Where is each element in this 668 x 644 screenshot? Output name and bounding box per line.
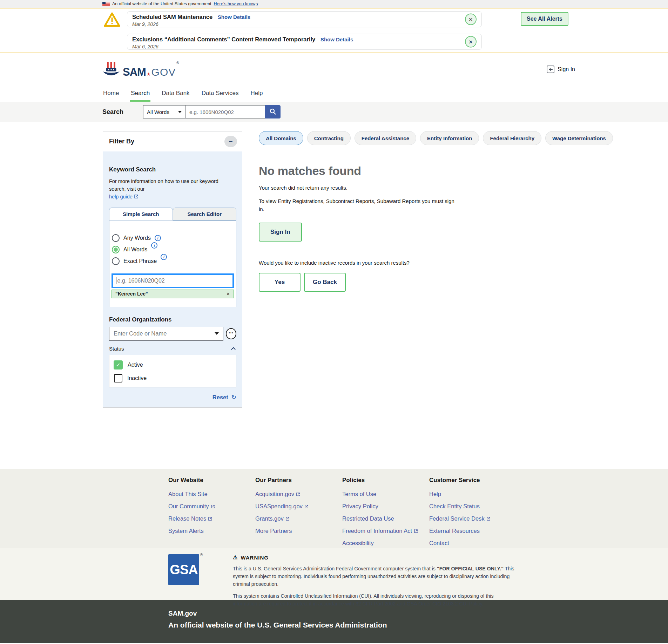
footer-links-section: Our Website About This Site Our Communit… xyxy=(0,469,668,548)
info-icon[interactable]: i xyxy=(151,242,157,249)
collapse-filters-button[interactable]: − xyxy=(224,136,237,147)
footer-link-our-community[interactable]: Our Community xyxy=(168,503,255,510)
see-all-alerts-button[interactable]: See All Alerts xyxy=(521,12,568,26)
banner-how-you-know-link[interactable]: Here’s how you know▾ xyxy=(214,1,258,6)
alert-date: Mar 6, 2026 xyxy=(132,44,459,49)
gsa-logo: GSA ® xyxy=(168,554,199,600)
footer-link-label: USASpending.gov xyxy=(255,503,303,510)
status-inactive-row: Inactive xyxy=(114,374,232,382)
search-submit-button[interactable] xyxy=(265,105,281,118)
info-icon[interactable]: i xyxy=(161,254,167,260)
simple-search-panel: Any Words i All Words i Exact Phrase i e… xyxy=(109,221,236,307)
domain-tab-entity-information[interactable]: Entity Information xyxy=(420,131,479,145)
footer-link-system-alerts[interactable]: System Alerts xyxy=(168,528,255,534)
active-checkbox[interactable]: ✓ xyxy=(114,360,123,370)
all-words-label: All Words xyxy=(123,246,147,253)
external-link-icon xyxy=(414,529,418,533)
inactive-label: Inactive xyxy=(127,375,147,381)
warning-heading: WARNING xyxy=(241,555,269,561)
nav-search[interactable]: Search xyxy=(130,86,150,102)
domain-tab-federal-hierarchy[interactable]: Federal Hierarchy xyxy=(483,131,541,145)
footer-link-label: System Alerts xyxy=(168,528,204,534)
footer-link-federal-service-desk[interactable]: Federal Service Desk xyxy=(429,515,516,522)
status-section-header: Status xyxy=(109,346,236,352)
help-guide-link[interactable]: help guide xyxy=(109,194,139,199)
caret-down-icon xyxy=(178,111,182,113)
domain-tab-contracting[interactable]: Contracting xyxy=(307,131,351,145)
footer-link-restricted-data-use[interactable]: Restricted Data Use xyxy=(342,515,429,522)
nav-home[interactable]: Home xyxy=(102,86,120,102)
banner-text: An official website of the United States… xyxy=(112,1,211,6)
footer-link-label: Check Entity Status xyxy=(429,503,480,510)
footer-link-grants-gov[interactable]: Grants.gov xyxy=(255,515,342,522)
warning-paragraph-2: This system contains Controlled Unclassi… xyxy=(233,592,517,608)
tab-simple-search[interactable]: Simple Search xyxy=(109,208,173,221)
domain-tab-federal-assistance[interactable]: Federal Assistance xyxy=(355,131,416,145)
search-mode-select[interactable]: All Words xyxy=(143,105,186,118)
external-link-icon xyxy=(211,504,215,509)
tab-search-editor[interactable]: Search Editor xyxy=(173,208,237,221)
footer-link-contact[interactable]: Contact xyxy=(429,540,516,547)
exact-phrase-radio[interactable] xyxy=(112,257,120,265)
reset-icon[interactable]: ↻ xyxy=(231,394,236,401)
footer-link-external-resources[interactable]: External Resources xyxy=(429,528,516,534)
footer-link-about-this-site[interactable]: About This Site xyxy=(168,491,255,497)
inactive-question-buttons: Yes Go Back xyxy=(259,273,550,292)
nav-data-bank[interactable]: Data Bank xyxy=(161,86,190,102)
footer-link-more-partners[interactable]: More Partners xyxy=(255,528,342,534)
nav-data-services[interactable]: Data Services xyxy=(201,86,239,102)
primary-nav: Home Search Data Bank Data Services Help xyxy=(0,86,668,102)
sign-in-link[interactable]: Sign In xyxy=(547,66,575,73)
any-words-radio[interactable] xyxy=(112,234,120,242)
reset-filters-link[interactable]: Reset xyxy=(212,394,228,401)
brand-sam: SAM xyxy=(123,67,146,77)
footer-link-acquisition-gov[interactable]: Acquisition.gov xyxy=(255,491,342,497)
footer-link-usaspending-gov[interactable]: USASpending.gov xyxy=(255,503,342,510)
footer-link-privacy-policy[interactable]: Privacy Policy xyxy=(342,503,429,510)
keyword-search-heading: Keyword Search xyxy=(109,166,236,173)
close-alert-button[interactable]: ✕ xyxy=(465,14,477,25)
status-options-box: ✓ Active Inactive xyxy=(109,355,236,387)
footer-link-check-entity-status[interactable]: Check Entity Status xyxy=(429,503,516,510)
filter-by-title: Filter By xyxy=(109,138,134,145)
global-search-input[interactable]: e.g. 1606N020Q02 xyxy=(186,105,265,118)
warning-block: ⚠ WARNING This is a U.S. General Service… xyxy=(233,554,517,600)
footer-col-heading: Policies xyxy=(342,477,429,484)
info-icon[interactable]: i xyxy=(155,235,161,241)
site-header: SAM★GOV® Sign In xyxy=(0,53,668,86)
federal-org-input[interactable]: Enter Code or Name xyxy=(109,327,223,341)
footer-link-release-notes[interactable]: Release Notes xyxy=(168,515,255,522)
sign-in-button[interactable]: Sign In xyxy=(259,223,302,242)
any-words-label: Any Words xyxy=(123,235,151,241)
go-back-button[interactable]: Go Back xyxy=(304,273,346,292)
keyword-tabs: Simple Search Search Editor xyxy=(109,208,236,221)
magnifier-icon xyxy=(269,108,276,116)
show-details-link[interactable]: Show Details xyxy=(218,14,250,20)
main-content: Filter By − Keyword Search For more info… xyxy=(0,122,668,469)
include-inactive-question: Would you like to include inactive recor… xyxy=(259,260,550,266)
chevron-up-icon[interactable] xyxy=(231,347,236,352)
check-icon: ✓ xyxy=(116,362,121,368)
show-details-link[interactable]: Show Details xyxy=(320,36,353,42)
domain-tab-wage-determinations[interactable]: Wage Determinations xyxy=(545,131,613,145)
close-alert-button[interactable]: ✕ xyxy=(465,36,477,48)
external-link-icon xyxy=(304,504,309,509)
keyword-search-input[interactable]: e.g. 1606N020Q02 xyxy=(112,273,234,288)
domain-tab-all-domains[interactable]: All Domains xyxy=(259,131,303,145)
footer-link-help[interactable]: Help xyxy=(429,491,516,497)
footer-link-label: Privacy Policy xyxy=(342,503,378,510)
minus-icon: − xyxy=(229,138,232,145)
footer-link-terms-of-use[interactable]: Terms of Use xyxy=(342,491,429,497)
sam-gov-logo[interactable]: SAM★GOV® xyxy=(102,61,179,77)
yes-button[interactable]: Yes xyxy=(259,273,301,292)
inactive-checkbox[interactable] xyxy=(114,374,122,382)
alert-title: Exclusions “Additional Comments” Content… xyxy=(132,36,315,42)
all-words-radio[interactable] xyxy=(112,246,120,253)
sign-in-arrow-icon xyxy=(547,66,554,73)
footer-link-foia[interactable]: Freedom of Information Act xyxy=(342,528,429,534)
nav-help[interactable]: Help xyxy=(250,86,263,102)
remove-chip-icon[interactable]: ✕ xyxy=(226,291,230,297)
no-matches-heading: No matches found xyxy=(259,164,550,178)
more-options-button[interactable]: ••• xyxy=(226,328,236,339)
footer-link-accessibility[interactable]: Accessibility xyxy=(342,540,429,547)
